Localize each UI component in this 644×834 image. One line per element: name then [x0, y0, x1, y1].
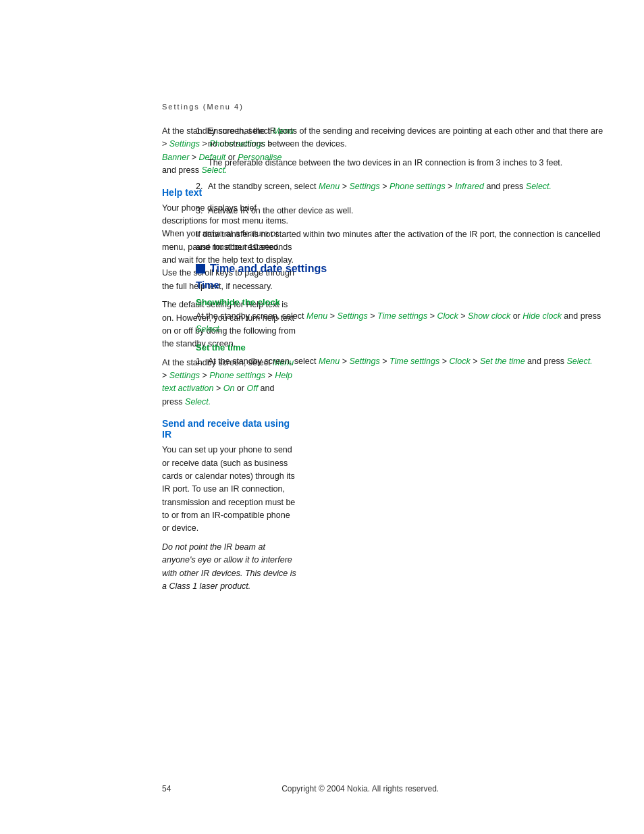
set-time-step-1: 1. At the standby screen, select Menu > … [196, 355, 603, 373]
ir-step-3: 3. Activate IR on the other device as we… [196, 205, 603, 223]
step2-infrared-link: Infrared [455, 182, 484, 191]
section-title-box [196, 264, 205, 273]
right-column: 1. Ensure that the IR ports of the sendi… [176, 118, 644, 612]
set-menu-link: Menu [319, 357, 340, 366]
footer-copyright: Copyright © 2004 Nokia. All rights reser… [281, 784, 439, 793]
step2-phone-link: Phone settings [390, 182, 446, 191]
set-select-link: Select. [566, 357, 592, 366]
show-hide-text: At the standby screen, select Menu > Set… [196, 310, 603, 336]
left-column: At the standby screen, select Menu > Set… [0, 118, 176, 612]
set-settings-link: Settings [350, 357, 380, 366]
show-hide-heading: Show/hide the clock [196, 297, 603, 307]
page-number: 54 [162, 784, 171, 793]
set-time-list: 1. At the standby screen, select Menu > … [196, 355, 603, 373]
show-settings-link: Settings [338, 311, 368, 321]
ir-step2-text: At the standby screen, select Menu > Set… [208, 180, 552, 193]
show-show-link: Show clock [468, 311, 510, 321]
set-time-heading: Set the time [196, 342, 603, 353]
breadcrumb: Settings (Menu 4) [162, 103, 244, 111]
transfer-warning: If data transfer is not started within t… [196, 228, 603, 255]
ir-step1-text: Ensure that the IR ports of the sending … [208, 125, 603, 151]
show-clock-link: Clock [437, 311, 458, 321]
content-area: At the standby screen, select Menu > Set… [0, 118, 644, 612]
page-header: Settings (Menu 4) [0, 0, 644, 118]
ir-step1-extra: The preferable distance between the two … [208, 157, 603, 170]
ir-steps-list: 1. Ensure that the IR ports of the sendi… [196, 125, 603, 223]
step2-settings-link: Settings [350, 182, 380, 191]
set-clock-link: Clock [449, 357, 470, 366]
set-time-text: At the standby screen, select Menu > Set… [208, 355, 593, 368]
ir-step-1: 1. Ensure that the IR ports of the sendi… [196, 125, 603, 175]
ir-step-2: 2. At the standby screen, select Menu > … [196, 180, 603, 199]
show-time-link: Time settings [377, 311, 427, 321]
time-date-title: Time and date settings [210, 263, 327, 275]
step2-select-link: Select. [526, 182, 552, 191]
footer: 54 Copyright © 2004 Nokia. All rights re… [0, 784, 644, 793]
set-set-time-link: Set the time [480, 357, 525, 366]
time-heading: Time [196, 279, 603, 290]
step2-menu-link: Menu [319, 182, 340, 191]
time-date-section-title-block: Time and date settings [196, 263, 603, 275]
ir-step3-text: Activate IR on the other device as well. [208, 205, 353, 217]
show-menu-link: Menu [306, 311, 327, 321]
show-hide-link: Hide clock [522, 311, 562, 321]
show-select-link: Select. [196, 324, 221, 334]
page: Settings (Menu 4) At the standby screen,… [0, 0, 644, 834]
set-time-settings-link: Time settings [390, 357, 439, 366]
